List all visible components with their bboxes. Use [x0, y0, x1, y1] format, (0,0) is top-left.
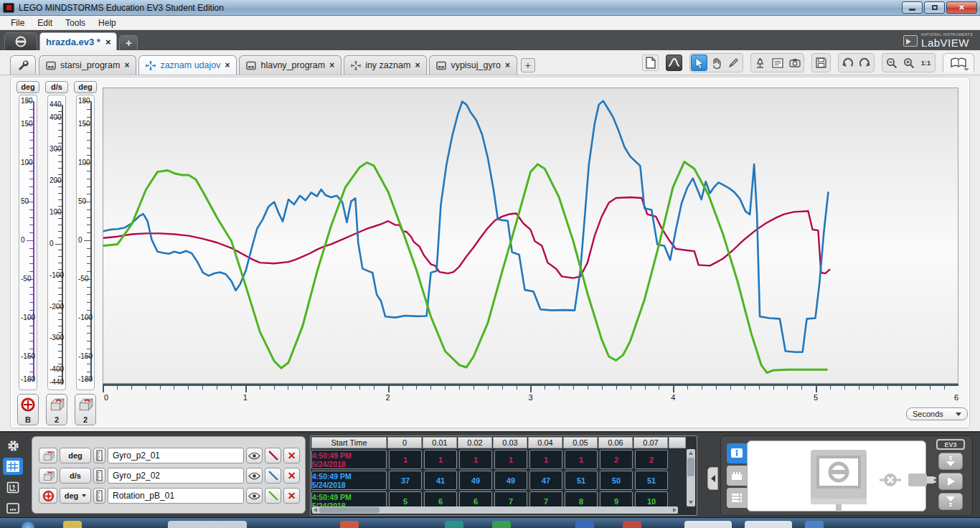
restore-button[interactable]	[924, 1, 945, 14]
scroll-down-icon[interactable]	[689, 501, 693, 504]
table-header-time[interactable]: 0.04	[528, 437, 562, 448]
axis-sensor-button-2[interactable]: 2	[75, 394, 96, 425]
run-button[interactable]	[938, 473, 963, 490]
doc-tab-hlavny-program[interactable]: hlavny_program×	[239, 55, 341, 75]
visibility-button[interactable]	[246, 468, 263, 484]
close-button[interactable]: ✕	[946, 1, 977, 14]
menu-item-file[interactable]: File	[4, 16, 31, 29]
doc-tab-close-icon[interactable]: ×	[329, 60, 334, 70]
taskbar-icon[interactable]	[492, 521, 511, 528]
line-style-button[interactable]	[265, 448, 281, 463]
menu-item-edit[interactable]: Edit	[31, 16, 59, 29]
table-view-button[interactable]	[3, 458, 23, 475]
menu-item-help[interactable]: Help	[92, 16, 123, 29]
zoom-out-button[interactable]	[883, 55, 900, 71]
doc-tab-zaznam-udajov[interactable]: zaznam udajov×	[138, 55, 237, 75]
y-axis-scale-1[interactable]: 4404003002001000-100-200-300-400-440	[47, 95, 66, 390]
vertical-scrollbar[interactable]	[687, 449, 695, 506]
graph-settings-button[interactable]	[3, 437, 23, 454]
doc-tab-close-icon[interactable]: ×	[415, 60, 420, 70]
more-options-button[interactable]	[3, 499, 23, 517]
taskbar-icon[interactable]	[623, 521, 641, 528]
table-header-time[interactable]: 0.07	[633, 437, 668, 448]
series-line-rotation_pb_01[interactable]	[103, 162, 826, 373]
scroll-up-icon[interactable]	[689, 451, 693, 455]
table-header-time[interactable]: 0	[387, 437, 422, 448]
taskbar-icon[interactable]	[745, 521, 792, 528]
select-tool-button[interactable]	[691, 55, 707, 71]
project-tab-hrazda[interactable]: hrazda.ev3 * ×	[39, 32, 117, 50]
zoom-in-button[interactable]	[900, 55, 917, 71]
menu-item-tools[interactable]: Tools	[59, 16, 92, 29]
line-style-button[interactable]	[265, 488, 281, 504]
dataset-sensor-button[interactable]	[39, 468, 57, 484]
taskbar-icon[interactable]	[684, 521, 732, 528]
dataset-name-input[interactable]	[108, 468, 244, 484]
taskbar-icon[interactable]	[445, 521, 463, 528]
visibility-button[interactable]	[246, 488, 263, 504]
taskbar-icon[interactable]	[575, 521, 594, 528]
undo-button[interactable]	[839, 55, 856, 71]
download-button[interactable]	[938, 453, 963, 470]
doc-tab-iny-zaznam[interactable]: iny zaznam×	[344, 55, 427, 75]
axis-sensor-button-0[interactable]: B	[17, 394, 39, 425]
scale-ruler-button[interactable]	[93, 448, 105, 463]
pan-tool-button[interactable]	[708, 55, 725, 71]
redo-button[interactable]	[857, 55, 873, 71]
table-header-time[interactable]: 0.02	[458, 437, 492, 448]
delete-dataset-button[interactable]: ✕	[283, 468, 300, 484]
scrollbar-thumb[interactable]	[687, 458, 694, 476]
probe-tool-button[interactable]	[752, 55, 768, 71]
y-axis-scale-2[interactable]: 180150100500-50-100-150-180	[76, 95, 95, 390]
dataset-name-input[interactable]	[108, 488, 244, 504]
camera-tool-button[interactable]	[786, 55, 803, 71]
taskbar-icon[interactable]	[805, 521, 824, 528]
x-axis-unit-dropdown[interactable]: Seconds	[906, 407, 968, 420]
annotate-tool-button[interactable]	[725, 55, 742, 71]
dataset-unit-button[interactable]: deg	[60, 448, 91, 463]
table-header-start-time[interactable]: Start Time	[311, 437, 387, 448]
home-tab[interactable]	[4, 32, 37, 50]
ports-tab[interactable]	[727, 466, 747, 486]
graph-scale-settings-button[interactable]	[3, 478, 23, 496]
table-header-time[interactable]: 0.05	[563, 437, 598, 448]
zoom-actual-button[interactable]: 1:1	[918, 55, 934, 71]
save-button[interactable]	[813, 55, 829, 71]
axis-sensor-button-1[interactable]: 2	[46, 394, 67, 425]
add-document-tab-button[interactable]: +	[521, 58, 535, 72]
upload-button[interactable]	[938, 493, 963, 510]
delete-dataset-button[interactable]: ✕	[283, 488, 300, 504]
scale-ruler-button[interactable]	[93, 488, 105, 504]
table-header-time[interactable]: 0.06	[598, 437, 633, 448]
help-book-button[interactable]	[943, 53, 974, 72]
windows-taskbar[interactable]	[0, 517, 980, 528]
visibility-button[interactable]	[246, 448, 263, 463]
y-axis-unit-button-1[interactable]: d/s	[45, 81, 68, 93]
text-tool-button[interactable]	[769, 55, 786, 71]
taskbar-icon[interactable]	[340, 521, 359, 528]
horizontal-scrollbar[interactable]	[312, 506, 678, 514]
available-bricks-tab[interactable]	[727, 488, 747, 508]
doc-tab-close-icon[interactable]: ×	[505, 60, 510, 70]
doc-tab-close-icon[interactable]: ×	[124, 60, 129, 70]
scroll-left-icon[interactable]	[314, 508, 317, 512]
chart-plot-area[interactable]	[103, 88, 958, 384]
scroll-right-icon[interactable]	[673, 508, 677, 512]
hardware-setup-tab[interactable]	[10, 55, 36, 75]
dataset-name-input[interactable]	[108, 448, 244, 463]
doc-tab-starsi-program[interactable]: starsi_program×	[39, 55, 136, 75]
minimize-button[interactable]	[902, 1, 923, 14]
table-header-time[interactable]: 0.01	[423, 437, 457, 448]
table-header-time[interactable]: 0.03	[493, 437, 527, 448]
new-experiment-page-button[interactable]	[642, 55, 659, 71]
start-orb-icon[interactable]	[22, 522, 34, 528]
y-axis-scale-0[interactable]: 180150100500-50-100-150-180	[19, 95, 37, 390]
delete-dataset-button[interactable]: ✕	[283, 448, 300, 463]
project-tab-close-icon[interactable]: ×	[105, 37, 111, 47]
brick-info-tab[interactable]	[727, 443, 747, 463]
dataset-unit-button[interactable]: d/s	[60, 468, 91, 484]
graph-mode-button[interactable]	[666, 55, 682, 71]
dataset-unit-button[interactable]: deg	[60, 488, 91, 504]
scale-ruler-button[interactable]	[93, 468, 105, 484]
dataset-sensor-button[interactable]	[39, 488, 57, 504]
